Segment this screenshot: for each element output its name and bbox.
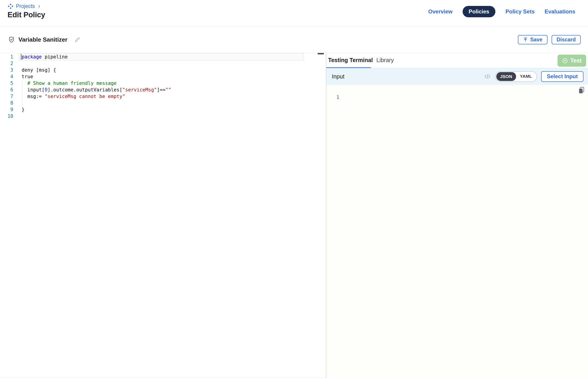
- terminal-tabs: Testing Terminal Library Test: [326, 53, 588, 68]
- shield-check-icon: [8, 36, 15, 43]
- code-line-6: input[0].outcome.outputVariables["servic…: [22, 87, 171, 93]
- input-label: Input: [332, 73, 344, 80]
- page-title: Edit Policy: [8, 11, 45, 19]
- text-cursor: [21, 54, 21, 60]
- policy-toolbar: Variable Sanitizer Save Discard: [0, 26, 588, 53]
- test-button[interactable]: Test: [558, 54, 586, 67]
- content-area: 1 2 3 4 5 6 7 8 9 10 package pipeline de…: [0, 53, 588, 378]
- policy-name: Variable Sanitizer: [18, 36, 67, 43]
- tab-library[interactable]: Library: [376, 57, 394, 64]
- breadcrumb: Projects: [8, 3, 41, 9]
- format-yaml-option[interactable]: YAML: [516, 74, 536, 79]
- tab-overview[interactable]: Overview: [428, 8, 453, 15]
- code-line-4: true: [22, 73, 171, 80]
- code-line-7: msg:= "serviceMsg cannot be empty": [22, 93, 171, 100]
- code-format-icon[interactable]: [484, 73, 491, 80]
- code-line-10: [22, 113, 171, 120]
- copy-icon[interactable]: [577, 86, 585, 95]
- input-editor-line-number: 1: [336, 94, 339, 101]
- policy-code-editor[interactable]: 1 2 3 4 5 6 7 8 9 10 package pipeline de…: [0, 53, 326, 378]
- format-toggle: JSON YAML: [495, 71, 537, 82]
- code-line-5: # Show a human friendly message: [22, 80, 171, 87]
- breadcrumb-projects-link[interactable]: Projects: [16, 3, 35, 9]
- code-line-1: package pipeline: [22, 54, 171, 60]
- tab-evaluations[interactable]: Evaluations: [545, 8, 575, 15]
- discard-button[interactable]: Discard: [552, 35, 581, 44]
- tab-policies[interactable]: Policies: [463, 6, 496, 17]
- edit-policy-page: Projects Edit Policy Overview Policies P…: [0, 0, 588, 378]
- upload-icon: [523, 37, 528, 42]
- code-line-2: [22, 60, 171, 67]
- top-nav: Overview Policies Policy Sets Evaluation…: [428, 6, 575, 17]
- select-input-button[interactable]: Select Input: [541, 71, 583, 82]
- code-content[interactable]: package pipeline deny [msg] { true # Sho…: [22, 54, 171, 120]
- play-circle-icon: [562, 58, 568, 64]
- test-button-label: Test: [570, 57, 582, 64]
- save-button[interactable]: Save: [518, 35, 547, 44]
- tab-testing-terminal[interactable]: Testing Terminal: [328, 57, 373, 64]
- projects-icon: [8, 3, 14, 9]
- code-line-8: [22, 100, 171, 107]
- discard-button-label: Discard: [557, 37, 576, 43]
- code-line-3: deny [msg] {: [22, 67, 171, 73]
- minimap[interactable]: [318, 53, 324, 54]
- format-json-option[interactable]: JSON: [496, 72, 516, 81]
- select-input-label: Select Input: [547, 73, 578, 80]
- input-header-row: Input JSON YAML Select Input: [326, 68, 588, 85]
- edit-name-icon[interactable]: [74, 37, 80, 43]
- input-editor[interactable]: 1: [326, 85, 588, 378]
- code-line-9: }: [22, 107, 171, 113]
- save-button-label: Save: [530, 37, 543, 43]
- testing-panel: Testing Terminal Library Test Input: [326, 53, 588, 378]
- line-number-gutter: 1 2 3 4 5 6 7 8 9 10: [0, 54, 13, 120]
- page-header: Projects Edit Policy Overview Policies P…: [0, 0, 588, 26]
- tab-policy-sets[interactable]: Policy Sets: [506, 8, 534, 15]
- chevron-right-icon: [37, 4, 41, 8]
